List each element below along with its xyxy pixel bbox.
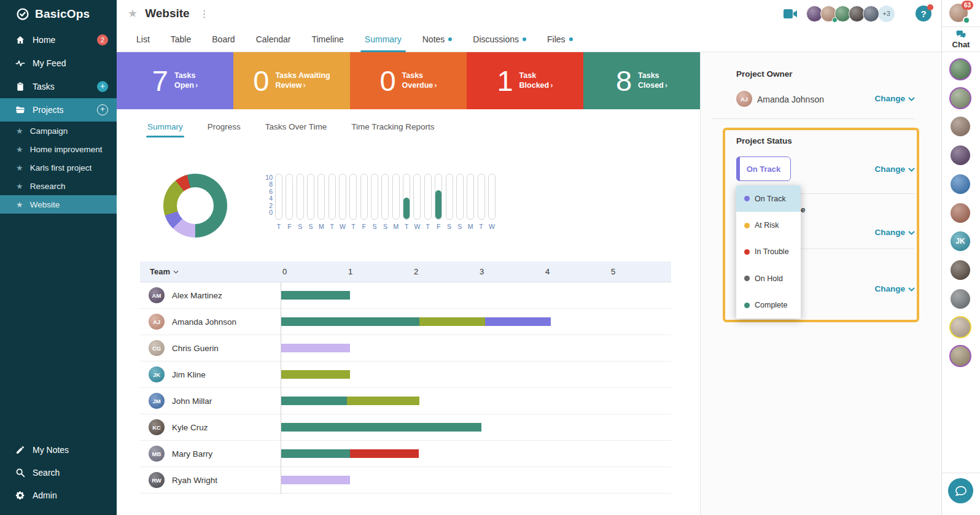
tab-list[interactable]: List bbox=[126, 27, 160, 52]
bar-track bbox=[317, 174, 325, 220]
bar-column: T bbox=[424, 174, 432, 230]
member-avatar[interactable] bbox=[863, 6, 879, 22]
sidebar-item-tasks[interactable]: Tasks+ bbox=[0, 75, 117, 98]
kebab-menu-icon[interactable]: ⋮ bbox=[197, 8, 212, 20]
team-row[interactable]: JMJohn Millar bbox=[140, 388, 671, 414]
stat-label-line1: Tasks bbox=[174, 71, 196, 80]
add-projects-button[interactable]: + bbox=[97, 104, 108, 115]
bar-column: F bbox=[286, 174, 293, 230]
sidebar-project-website[interactable]: ★Website bbox=[0, 195, 117, 214]
bar-column: S bbox=[381, 174, 389, 230]
x-tick-label: S bbox=[307, 223, 314, 230]
tab-timeline[interactable]: Timeline bbox=[301, 27, 354, 52]
chat-member-avatar[interactable]: JK bbox=[951, 231, 970, 251]
team-column-sort[interactable]: Team bbox=[150, 267, 179, 276]
task-stats-banner: 7TasksOpen›0Tasks AwaitingReview›0TasksO… bbox=[117, 52, 700, 109]
change-status-button[interactable]: Change bbox=[874, 165, 915, 174]
team-row[interactable]: CGChris Guerin bbox=[140, 335, 671, 362]
chat-member-avatar[interactable] bbox=[951, 260, 970, 280]
workload-bars bbox=[281, 370, 350, 379]
stat-label-line2: Blocked bbox=[519, 81, 550, 90]
sidebar-item-my-notes[interactable]: My Notes bbox=[0, 438, 117, 461]
subtab-progress[interactable]: Progress bbox=[208, 122, 241, 137]
chat-member-avatar[interactable] bbox=[951, 88, 970, 108]
search-icon bbox=[15, 468, 25, 478]
chat-member-avatar[interactable] bbox=[951, 203, 970, 223]
bar-track bbox=[424, 174, 432, 220]
stat-card-closed[interactable]: 8TasksClosed› bbox=[583, 52, 700, 109]
change-owner-button[interactable]: Change bbox=[874, 94, 915, 103]
tab-calendar[interactable]: Calendar bbox=[246, 27, 301, 52]
add-tasks-button[interactable]: + bbox=[97, 81, 108, 92]
current-user-avatar[interactable]: 63 bbox=[949, 4, 968, 22]
star-icon: ★ bbox=[16, 126, 23, 136]
sidebar-item-admin[interactable]: Admin bbox=[0, 484, 117, 506]
sidebar-project-research[interactable]: ★Research bbox=[0, 177, 117, 195]
stat-card-overdue[interactable]: 0TasksOverdue› bbox=[350, 52, 467, 109]
bar-track bbox=[349, 174, 357, 220]
tab-notes[interactable]: Notes bbox=[412, 27, 463, 52]
unread-dot bbox=[569, 37, 573, 41]
chat-member-avatar[interactable] bbox=[951, 317, 970, 337]
chat-member-avatar[interactable] bbox=[951, 174, 970, 194]
status-option-at-risk[interactable]: At Risk bbox=[736, 212, 801, 238]
team-row[interactable]: AMAlex Martinez bbox=[140, 282, 671, 309]
subtab-tasks-over-time[interactable]: Tasks Over Time bbox=[265, 122, 327, 137]
sidebar-project-karls-first-project[interactable]: ★Karls first project bbox=[0, 158, 117, 177]
subtab-summary[interactable]: Summary bbox=[147, 122, 183, 137]
team-row[interactable]: KCKyle Cruz bbox=[140, 414, 671, 441]
sidebar-item-search[interactable]: Search bbox=[0, 461, 117, 484]
tab-summary[interactable]: Summary bbox=[354, 27, 412, 52]
tab-files[interactable]: Files bbox=[537, 27, 583, 52]
project-tabbar: ListTableBoardCalendarTimelineSummaryNot… bbox=[117, 27, 941, 52]
workload-bar-segment bbox=[281, 370, 350, 379]
chat-member-avatar[interactable] bbox=[951, 60, 970, 79]
sidebar-item-projects[interactable]: Projects+ bbox=[0, 98, 117, 122]
project-status-button[interactable]: On Track bbox=[736, 157, 791, 181]
team-rows: AMAlex MartinezAJAmanda JohnsonCGChris G… bbox=[140, 282, 671, 494]
team-row[interactable]: JKJim Kline bbox=[140, 362, 671, 388]
status-option-in-trouble[interactable]: In Trouble bbox=[736, 239, 801, 265]
sidebar-project-campaign[interactable]: ★Campaign bbox=[0, 122, 117, 140]
stat-card-open[interactable]: 7TasksOpen› bbox=[117, 52, 233, 109]
tab-label: Notes bbox=[422, 34, 445, 44]
team-row[interactable]: AJAmanda Johnson bbox=[140, 309, 671, 335]
sidebar-item-my-feed[interactable]: My Feed bbox=[0, 52, 117, 75]
status-option-complete[interactable]: Complete bbox=[736, 292, 801, 319]
tab-discussions[interactable]: Discussions bbox=[462, 27, 537, 52]
sidebar-project-home-improvement[interactable]: ★Home improvement bbox=[0, 140, 117, 158]
chat-member-avatar[interactable] bbox=[951, 117, 970, 136]
y-tick-label: 4 bbox=[263, 195, 273, 202]
sidebar-item-label: Home bbox=[33, 35, 90, 45]
x-tick-label: T bbox=[478, 223, 485, 230]
team-row[interactable]: MBMary Barry bbox=[140, 441, 671, 467]
stat-label: TaskBlocked› bbox=[519, 71, 553, 90]
status-option-on-track[interactable]: On Track bbox=[736, 185, 801, 212]
change-button[interactable]: Change bbox=[874, 228, 915, 237]
chat-member-avatar[interactable] bbox=[951, 145, 970, 165]
unread-dot bbox=[448, 37, 452, 41]
sidebar-footer: My NotesSearchAdmin bbox=[0, 438, 117, 506]
subtab-time-tracking-reports[interactable]: Time Tracking Reports bbox=[351, 122, 434, 137]
video-call-icon[interactable] bbox=[783, 9, 798, 19]
favorite-star-icon[interactable]: ★ bbox=[128, 7, 138, 20]
team-row[interactable]: RWRyah Wright bbox=[140, 467, 671, 494]
sidebar-item-home[interactable]: Home2 bbox=[0, 28, 117, 52]
status-option-on-hold[interactable]: On Hold bbox=[736, 265, 801, 292]
help-button[interactable]: ? bbox=[916, 6, 931, 21]
app-logo[interactable]: BasicOps bbox=[0, 0, 117, 28]
change-button[interactable]: Change bbox=[874, 284, 915, 293]
more-members-button[interactable]: +3 bbox=[878, 6, 895, 22]
new-chat-button[interactable] bbox=[948, 478, 973, 503]
stat-card-blocked[interactable]: 1TaskBlocked› bbox=[467, 52, 583, 109]
tab-board[interactable]: Board bbox=[201, 27, 245, 52]
bar-column: T bbox=[329, 174, 336, 230]
chat-member-avatar[interactable] bbox=[951, 289, 970, 309]
stat-card-review[interactable]: 0Tasks AwaitingReview› bbox=[233, 52, 350, 109]
bar-column: S bbox=[456, 174, 464, 230]
chat-header[interactable]: Chat bbox=[942, 27, 980, 52]
stat-label-line2: Overdue bbox=[402, 81, 434, 90]
tab-table[interactable]: Table bbox=[160, 27, 201, 52]
chat-member-avatar[interactable] bbox=[951, 346, 970, 366]
bar-column: F bbox=[360, 174, 368, 230]
